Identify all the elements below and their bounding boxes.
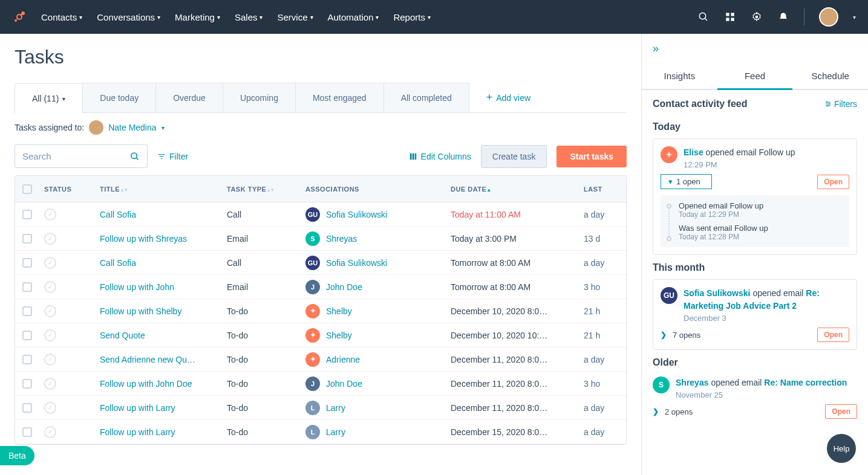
status-toggle[interactable]: ✓: [44, 208, 56, 221]
row-checkbox[interactable]: [22, 331, 32, 340]
row-checkbox[interactable]: [22, 306, 32, 316]
add-view-button[interactable]: +Add view: [469, 83, 547, 112]
row-checkbox[interactable]: [22, 379, 32, 389]
nav-contacts[interactable]: Contacts▾: [41, 12, 82, 22]
row-checkbox[interactable]: [22, 355, 32, 364]
tab-overdue[interactable]: Overdue: [156, 83, 223, 112]
tab-upcoming[interactable]: Upcoming: [223, 83, 296, 112]
opens-expand[interactable]: ❯ 7 opens: [661, 331, 700, 340]
status-toggle[interactable]: ✓: [44, 354, 56, 366]
task-title-link[interactable]: Follow up with Larry: [100, 403, 175, 413]
nav-service[interactable]: Service▾: [277, 12, 313, 22]
association-link[interactable]: Shelby: [326, 331, 352, 340]
status-toggle[interactable]: ✓: [44, 426, 56, 438]
association-link[interactable]: Larry: [326, 427, 345, 437]
task-title-link[interactable]: Call Sofia: [100, 258, 136, 268]
task-row[interactable]: ✓ Call Sofia Call GUSofia Sulikowski Tod…: [15, 202, 626, 227]
row-checkbox[interactable]: [22, 234, 32, 244]
tab-most-engaged[interactable]: Most engaged: [296, 83, 384, 112]
association-link[interactable]: John Doe: [326, 282, 362, 292]
status-toggle[interactable]: ✓: [44, 233, 56, 245]
row-checkbox[interactable]: [22, 210, 32, 219]
task-row[interactable]: ✓ Send Adrienne new Qu… To-do ✦Adrienne …: [15, 347, 626, 372]
association-link[interactable]: Sofia Sulikowski: [326, 258, 387, 268]
activity-contact-link[interactable]: Sofia Sulikowski: [684, 288, 750, 298]
user-avatar[interactable]: [819, 7, 838, 27]
task-row[interactable]: ✓ Call Sofia Call GUSofia Sulikowski Tom…: [15, 251, 626, 275]
row-checkbox[interactable]: [22, 427, 32, 437]
marketplace-icon[interactable]: [724, 11, 736, 23]
nav-reports[interactable]: Reports▾: [393, 12, 431, 22]
status-toggle[interactable]: ✓: [44, 305, 56, 317]
feed-filters-button[interactable]: Filters: [824, 99, 857, 109]
opens-expand[interactable]: ❯ 2 opens: [653, 407, 693, 416]
task-row[interactable]: ✓ Follow up with Shelby To-do ✦Shelby De…: [15, 299, 626, 323]
select-all-checkbox[interactable]: [22, 184, 32, 194]
task-row[interactable]: ✓ Follow up with Larry To-do LLarry Dece…: [15, 420, 626, 444]
task-row[interactable]: ✓ Follow up with Shreyas Email SShreyas …: [15, 227, 626, 251]
status-toggle[interactable]: ✓: [44, 378, 56, 390]
expand-panel-icon[interactable]: »: [642, 34, 868, 63]
opens-dropdown[interactable]: ▾ 1 open: [661, 174, 712, 189]
task-title-link[interactable]: Follow up with Shreyas: [100, 234, 187, 244]
task-title-link[interactable]: Follow up with Larry: [100, 427, 175, 437]
activity-email-link[interactable]: Re: Name correction: [764, 378, 847, 387]
task-row[interactable]: ✓ Send Quote To-do ✦Shelby December 10, …: [15, 323, 626, 347]
open-button[interactable]: Open: [817, 328, 849, 342]
open-button[interactable]: Open: [825, 404, 857, 419]
panel-tab-feed[interactable]: Feed: [717, 63, 793, 90]
association-link[interactable]: John Doe: [326, 379, 362, 389]
panel-tab-schedule[interactable]: Schedule: [792, 63, 868, 89]
search-input[interactable]: Search: [15, 144, 148, 168]
start-tasks-button[interactable]: Start tasks: [556, 146, 627, 167]
panel-tab-insights[interactable]: Insights: [642, 63, 717, 89]
task-title-link[interactable]: Call Sofia: [100, 210, 136, 219]
row-checkbox[interactable]: [22, 258, 32, 268]
filter-button[interactable]: Filter: [157, 152, 188, 161]
status-toggle[interactable]: ✓: [44, 402, 56, 414]
association-link[interactable]: Adrienne: [326, 355, 360, 364]
open-button[interactable]: Open: [817, 175, 849, 189]
edit-columns-button[interactable]: Edit Columns: [409, 152, 471, 161]
nav-conversations[interactable]: Conversations▾: [97, 12, 160, 22]
settings-icon[interactable]: [751, 11, 763, 23]
help-button[interactable]: Help: [827, 434, 856, 463]
task-title-link[interactable]: Send Adrienne new Qu…: [100, 355, 195, 364]
column-type[interactable]: TASK TYPE▴▾: [227, 186, 305, 193]
status-toggle[interactable]: ✓: [44, 281, 56, 293]
search-icon[interactable]: [697, 11, 710, 23]
column-associations[interactable]: ASSOCIATIONS: [305, 186, 451, 193]
notifications-icon[interactable]: [777, 11, 789, 23]
task-row[interactable]: ✓ Follow up with John Email JJohn Doe To…: [15, 275, 626, 299]
column-due-date[interactable]: DUE DATE▴: [451, 186, 584, 193]
column-status[interactable]: STATUS: [39, 186, 100, 193]
beta-badge[interactable]: Beta: [0, 446, 34, 465]
column-last[interactable]: LAST: [584, 186, 620, 193]
nav-automation[interactable]: Automation▾: [328, 12, 379, 22]
hubspot-logo[interactable]: [12, 10, 27, 24]
status-toggle[interactable]: ✓: [44, 329, 56, 341]
status-toggle[interactable]: ✓: [44, 257, 56, 269]
tab-all[interactable]: All (11) ▾: [15, 83, 83, 113]
task-title-link[interactable]: Follow up with Shelby: [100, 306, 181, 316]
task-row[interactable]: ✓ Follow up with Larry To-do LLarry Dece…: [15, 396, 626, 420]
task-title-link[interactable]: Follow up with John: [100, 282, 174, 292]
activity-contact-link[interactable]: Shreyas: [676, 378, 708, 387]
assigned-to-filter[interactable]: Tasks assigned to: Nate Medina ▾: [15, 120, 627, 135]
association-link[interactable]: Shelby: [326, 306, 352, 316]
row-checkbox[interactable]: [22, 403, 32, 413]
task-row[interactable]: ✓ Follow up with John Doe To-do JJohn Do…: [15, 372, 626, 396]
column-title[interactable]: TITLE▴▾: [100, 186, 227, 193]
row-checkbox[interactable]: [22, 282, 32, 292]
nav-sales[interactable]: Sales▾: [235, 12, 263, 22]
tab-due-today[interactable]: Due today: [83, 83, 156, 112]
association-link[interactable]: Shreyas: [326, 234, 357, 244]
tab-all-completed[interactable]: All completed: [384, 83, 469, 112]
nav-marketing[interactable]: Marketing▾: [175, 12, 220, 22]
task-title-link[interactable]: Send Quote: [100, 331, 145, 340]
create-task-button[interactable]: Create task: [481, 145, 547, 168]
task-title-link[interactable]: Follow up with John Doe: [100, 379, 192, 389]
activity-contact-link[interactable]: Elise: [684, 147, 703, 157]
association-link[interactable]: Sofia Sulikowski: [326, 210, 387, 219]
association-link[interactable]: Larry: [326, 403, 345, 413]
